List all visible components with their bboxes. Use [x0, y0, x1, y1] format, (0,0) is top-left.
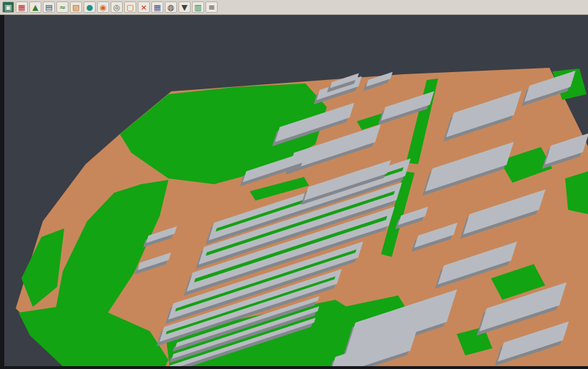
globe-icon[interactable]: ●: [83, 1, 96, 13]
toolbar: ▣▦▲▤≈▧●◉◎▢×▦◍▼▥≡: [0, 0, 588, 15]
report-icon[interactable]: ▥: [192, 1, 204, 13]
export-icon[interactable]: ▼: [178, 1, 191, 13]
contour-icon[interactable]: ≈: [56, 1, 69, 13]
terrain-icon[interactable]: ▲: [29, 1, 41, 13]
delete-icon[interactable]: ×: [138, 1, 150, 13]
grid-icon[interactable]: ▦: [151, 1, 163, 13]
window-border-bottom: [0, 366, 588, 369]
vegetation-patch: [565, 171, 588, 214]
zoom-extents-icon[interactable]: ▢: [124, 1, 136, 13]
classification-icon[interactable]: ◉: [97, 1, 109, 13]
window-border-left: [0, 15, 4, 369]
orthophoto-icon[interactable]: ▧: [70, 1, 82, 13]
elevation-icon[interactable]: ▤: [43, 1, 55, 13]
point-cloud-scene: [0, 0, 588, 369]
3d-viewport[interactable]: [0, 0, 588, 369]
settings-icon[interactable]: ◎: [111, 1, 123, 13]
sphere-icon[interactable]: ◍: [165, 1, 177, 13]
palette-icon[interactable]: ▦: [16, 1, 28, 13]
menu-icon[interactable]: ≡: [206, 1, 218, 13]
open-project-icon[interactable]: ▣: [2, 1, 14, 13]
